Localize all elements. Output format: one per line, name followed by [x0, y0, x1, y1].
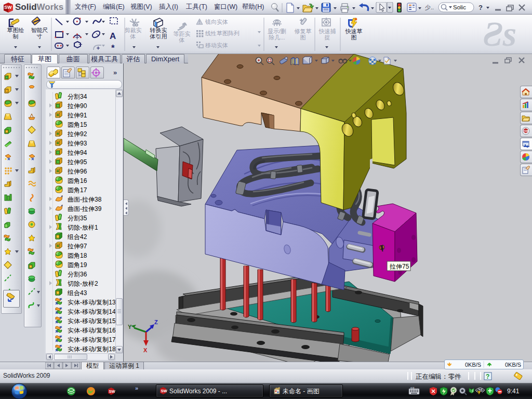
svg-text:Solic: Solic — [453, 4, 466, 10]
svg-text:Y: Y — [128, 324, 132, 330]
svg-text:!: ! — [478, 391, 478, 394]
svg-text:A: A — [110, 31, 116, 41]
svg-text:0KB/S: 0KB/S — [505, 362, 521, 368]
svg-text:少..: 少.. — [425, 4, 434, 10]
svg-text:0KB/S: 0KB/S — [465, 362, 481, 368]
svg-text:9:41: 9:41 — [507, 388, 520, 395]
svg-text:SW: SW — [4, 5, 12, 10]
svg-text:»: » — [113, 69, 117, 76]
svg-text:SW: SW — [524, 129, 529, 132]
svg-text:Z: Z — [154, 319, 158, 325]
svg-text:正在编辑：零件: 正在编辑：零件 — [416, 373, 461, 380]
svg-text:?: ? — [478, 4, 483, 11]
svg-text:*: * — [111, 43, 115, 53]
svg-text:?: ? — [486, 373, 489, 380]
svg-text:»: » — [135, 385, 138, 391]
svg-text:SW: SW — [161, 389, 167, 393]
svg-text:未命名 - 画图: 未命名 - 画图 — [283, 388, 320, 395]
svg-text:SW: SW — [109, 389, 115, 394]
svg-text:X: X — [143, 347, 148, 353]
svg-text:键盘: 键盘 — [410, 387, 415, 389]
svg-text:SolidWorks 2009 - ...: SolidWorks 2009 - ... — [169, 388, 227, 395]
svg-text:拉伸75: 拉伸75 — [389, 263, 409, 270]
